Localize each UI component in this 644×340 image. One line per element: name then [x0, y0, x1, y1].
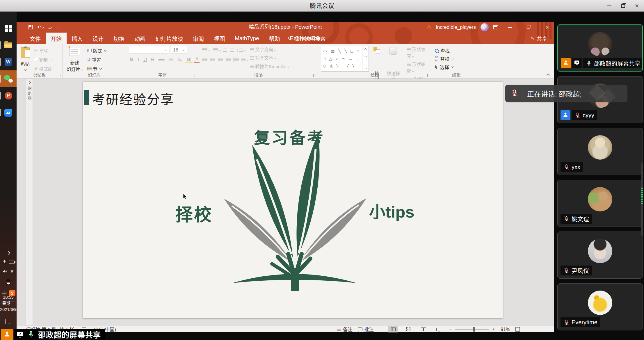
mic-tray-icon[interactable] [2, 259, 7, 265]
align-right-button[interactable] [218, 58, 223, 62]
speaker-icon[interactable] [2, 269, 7, 275]
taskbar-clock[interactable]: 18:55 星期三 2021/6/9 [0, 294, 17, 313]
participant-tile[interactable]: 姚文瑄 [557, 180, 643, 227]
account-avatar[interactable] [481, 23, 489, 31]
start-button[interactable] [0, 20, 17, 37]
shape-gallery-scroll[interactable] [362, 46, 369, 71]
zoom-slider-thumb[interactable] [473, 327, 475, 332]
zoom-slider[interactable] [455, 329, 489, 330]
layout-button[interactable]: 版式 [86, 47, 107, 54]
clipboard-dialog-launcher[interactable] [58, 74, 61, 77]
share-button[interactable]: 共享 [530, 33, 547, 44]
shadow-button[interactable]: S [150, 57, 155, 63]
collapse-ribbon-icon[interactable] [546, 73, 550, 77]
font-name-select[interactable] [129, 46, 169, 54]
taskbar-item-wechat[interactable] [0, 70, 17, 87]
comments-button[interactable]: 批注 [358, 326, 374, 333]
highlight-button[interactable]: ab [185, 57, 193, 63]
numbering-button[interactable] [213, 48, 220, 53]
character-spacing-button[interactable]: AV [168, 57, 175, 62]
align-text-button[interactable]: 对齐文本 [250, 54, 289, 61]
participant-tile[interactable]: 邵政超的屏幕共享 [557, 24, 643, 72]
copy-button[interactable]: 复制 [33, 56, 54, 63]
undo-icon[interactable]: ↶ [37, 24, 44, 30]
normal-view-button[interactable] [388, 326, 398, 332]
qat-customize-icon[interactable] [57, 26, 59, 28]
tab-9[interactable]: MathType [230, 33, 264, 44]
fit-slide-button[interactable] [515, 327, 520, 332]
font-size-select[interactable]: 18 [171, 46, 187, 54]
tab-6[interactable]: 幻灯片放映 [150, 33, 188, 44]
line-spacing-button[interactable]: ↕ [236, 48, 245, 53]
taskbar-item-meeting[interactable] [0, 104, 17, 121]
tab-10[interactable]: 帮助 [264, 33, 285, 44]
strikethrough-button[interactable]: abc [157, 57, 166, 62]
participant-tile[interactable]: Everytime [557, 283, 643, 330]
reading-view-button[interactable] [419, 326, 428, 332]
replace-button[interactable]: abac替换 [435, 55, 478, 62]
align-center-button[interactable] [210, 58, 215, 62]
drawing-dialog-launcher[interactable] [427, 74, 430, 77]
zoom-level[interactable]: 91% [501, 327, 510, 332]
restore-icon[interactable] [621, 4, 625, 8]
paste-button[interactable]: 粘贴 [19, 46, 31, 73]
ppt-restore-button[interactable] [522, 22, 536, 33]
close-icon[interactable]: × [635, 3, 639, 9]
font-color-button[interactable]: A [194, 56, 200, 63]
ppt-close-button[interactable]: × [540, 22, 554, 33]
ribbon-options-icon[interactable] [493, 25, 498, 29]
zoom-in-button[interactable]: + [492, 326, 495, 332]
columns-button[interactable] [241, 57, 248, 62]
ppt-minimize-button[interactable] [503, 22, 517, 33]
shape-fill-button[interactable]: 形状填充 [407, 46, 430, 59]
account-name[interactable]: incredible_players [436, 24, 476, 30]
find-button[interactable]: 查找 [435, 47, 478, 54]
reset-button[interactable]: ↺重置 [86, 56, 107, 63]
notes-button[interactable]: 备注 [337, 326, 353, 333]
text-direction-button[interactable]: 文字方向 [250, 46, 289, 52]
format-painter-button[interactable]: 格式刷 [33, 65, 54, 72]
tell-me-search[interactable]: 操作说明搜索 [287, 33, 325, 44]
section-button[interactable]: 节 [86, 65, 107, 72]
slideshow-start-icon[interactable]: ▱ [48, 24, 52, 30]
increase-indent-button[interactable] [230, 48, 234, 53]
convert-smartart-button[interactable]: 转换为SmartArt [250, 63, 289, 69]
new-slide-button[interactable]: 新建幻灯片 [65, 46, 84, 73]
minimize-icon[interactable] [607, 6, 611, 6]
participant-tile[interactable]: 尹凤仪 [557, 232, 643, 279]
tab-0[interactable]: 文件 [25, 33, 46, 44]
underline-button[interactable]: U [142, 57, 148, 63]
zoom-out-button[interactable]: − [449, 326, 452, 332]
justify-button[interactable] [226, 58, 231, 62]
tab-3[interactable]: 设计 [88, 33, 108, 44]
tab-4[interactable]: 切换 [108, 33, 129, 44]
slideshow-view-button[interactable] [434, 326, 444, 332]
participant-tile[interactable]: yxx [557, 128, 643, 175]
paragraph-dialog-launcher[interactable] [313, 74, 316, 77]
network-icon[interactable] [9, 269, 15, 275]
cut-button[interactable]: ✂剪切 [33, 47, 54, 54]
save-icon[interactable] [28, 25, 33, 29]
tray-expand-icon[interactable] [6, 251, 10, 255]
action-center-icon[interactable] [5, 319, 11, 324]
taskbar-item-explorer[interactable] [0, 37, 17, 54]
warning-icon[interactable]: ⚠ [426, 24, 431, 31]
align-left-button[interactable] [202, 58, 207, 62]
distribute-button[interactable] [234, 58, 239, 62]
decrease-indent-button[interactable] [223, 48, 227, 53]
italic-button[interactable]: I [136, 57, 140, 63]
battery-icon[interactable] [9, 261, 15, 264]
thumbnails-pane-collapsed[interactable]: 缩略图 [26, 79, 33, 326]
bold-button[interactable]: B [129, 57, 135, 63]
tab-8[interactable]: 视图 [209, 33, 230, 44]
qq-icon[interactable] [6, 279, 11, 285]
taskbar-item-word[interactable]: W [0, 54, 17, 70]
change-case-button[interactable]: Aa [176, 57, 184, 62]
shape-gallery[interactable]: ▭ ▤ ╲ ╲ □ ○ □ △ ⌐ ¬ → ↓ ◇ & ) ~ { } [321, 46, 369, 72]
select-button[interactable]: 选择 [435, 63, 478, 70]
tab-1[interactable]: 开始 [46, 33, 67, 44]
bullets-button[interactable] [202, 48, 210, 53]
tab-5[interactable]: 动画 [129, 33, 150, 44]
tab-7[interactable]: 审阅 [188, 33, 209, 44]
tab-2[interactable]: 插入 [67, 33, 88, 44]
